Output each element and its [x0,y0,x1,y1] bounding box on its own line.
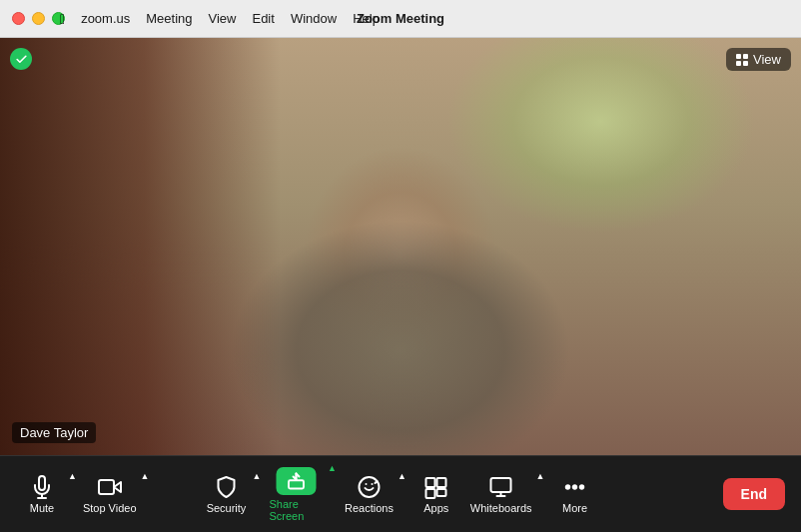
more-label: More [562,502,587,514]
apple-menu[interactable]:  [60,11,65,27]
menu-help[interactable]: Help [353,11,380,26]
video-feed: View Dave Taylor [0,38,801,455]
stop-video-caret[interactable]: ▲ [141,467,150,481]
menu-view[interactable]: View [209,11,237,26]
share-screen-group: Share Screen ▲ [265,461,337,528]
close-button[interactable] [12,12,25,25]
mic-icon [30,475,54,499]
menu-zoom[interactable]: zoom.us [81,11,130,26]
stop-video-button[interactable]: Stop Video [79,469,141,520]
mute-caret[interactable]: ▲ [68,467,77,481]
mute-label: Mute [30,502,54,514]
toolbar-right: End [723,478,785,510]
share-screen-button[interactable]: Share Screen [265,461,328,528]
security-caret[interactable]: ▲ [253,467,262,481]
share-screen-icon-bg [277,467,317,495]
toolbar-left: Mute ▲ Stop Video ▲ [16,469,149,520]
share-screen-icon [286,472,308,490]
end-button[interactable]: End [723,478,785,510]
reactions-caret[interactable]: ▲ [398,467,406,481]
window-controls[interactable] [12,12,65,25]
mute-group: Mute ▲ [16,469,77,520]
shield-icon [215,475,239,499]
svg-line-9 [375,481,377,483]
menu-meeting[interactable]: Meeting [146,11,192,26]
security-group: Security ▲ [201,469,262,520]
menu-window[interactable]: Window [291,11,337,26]
security-button[interactable]: Security [201,469,253,520]
toolbar-center: Security ▲ Share Screen ▲ [201,461,601,528]
participant-name-label: Dave Taylor [12,422,96,443]
svg-rect-13 [437,489,446,496]
whiteboards-button[interactable]: Whiteboards [466,469,536,520]
svg-point-18 [573,485,576,488]
mute-button[interactable]: Mute [16,469,68,520]
svg-rect-12 [426,489,435,498]
view-button[interactable]: View [726,48,791,71]
whiteboards-label: Whiteboards [470,502,532,514]
svg-rect-10 [426,478,435,487]
stop-video-group: Stop Video ▲ [79,469,150,520]
reactions-button[interactable]: Reactions [341,469,398,520]
whiteboards-caret[interactable]: ▲ [536,467,545,481]
titlebar:  zoom.us Meeting View Edit Window Help … [0,0,801,38]
share-screen-label: Share Screen [269,498,324,522]
security-label: Security [207,502,247,514]
whiteboards-group: Whiteboards ▲ [466,469,545,520]
menu-bar:  zoom.us Meeting View Edit Window Help [60,11,380,27]
grid-icon [736,54,748,66]
svg-point-6 [359,477,379,497]
more-icon [563,475,587,499]
video-scene [0,38,801,455]
apps-group: Apps [410,469,462,520]
camera-icon [98,475,122,499]
minimize-button[interactable] [32,12,45,25]
apps-label: Apps [423,502,448,514]
apps-icon [424,475,448,499]
svg-point-19 [580,485,583,488]
svg-rect-3 [99,480,114,494]
reactions-group: Reactions ▲ [341,469,406,520]
apps-button[interactable]: Apps [410,469,462,520]
whiteboard-icon [489,475,513,499]
svg-marker-2 [114,482,121,492]
toolbar: Mute ▲ Stop Video ▲ [0,455,801,532]
share-screen-caret[interactable]: ▲ [328,459,337,473]
svg-rect-14 [491,478,511,492]
emoji-icon [357,475,381,499]
svg-rect-11 [437,478,446,487]
stop-video-label: Stop Video [83,502,137,514]
security-badge [10,48,32,70]
svg-point-17 [566,485,569,488]
svg-rect-5 [289,480,304,488]
more-button[interactable]: More [549,469,601,520]
view-label: View [753,52,781,67]
reactions-label: Reactions [345,502,394,514]
menu-edit[interactable]: Edit [252,11,274,26]
